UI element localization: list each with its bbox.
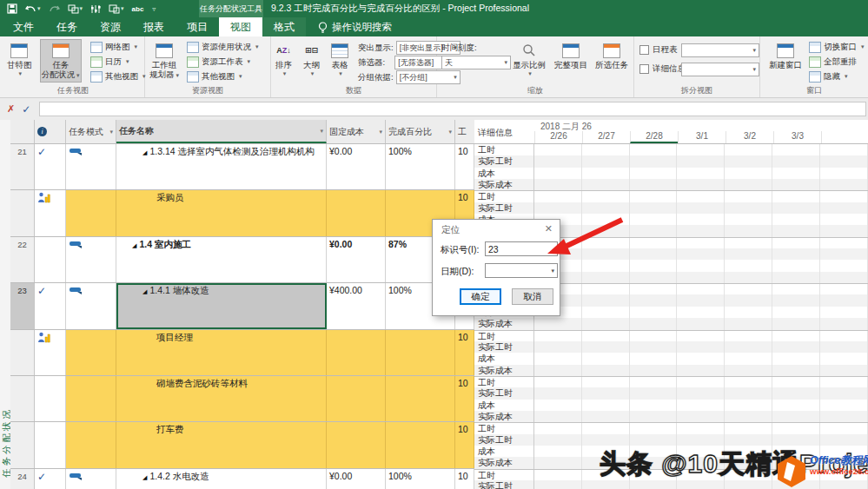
- clipped-value-cell[interactable]: 10: [455, 422, 474, 467]
- timephased-cell[interactable]: [582, 179, 630, 190]
- tab-视图[interactable]: 视图: [219, 17, 262, 36]
- timephased-cell[interactable]: [677, 331, 725, 341]
- timephased-cell[interactable]: [772, 307, 820, 318]
- timephased-cell[interactable]: [534, 179, 582, 190]
- fixed-cost-header[interactable]: 固定成本▾: [327, 120, 386, 143]
- timephased-cell[interactable]: [630, 191, 678, 202]
- timephased-cell[interactable]: [677, 387, 725, 399]
- timephased-cell[interactable]: [677, 377, 725, 387]
- row-number-cell[interactable]: 21: [10, 144, 35, 189]
- detail-label[interactable]: 实际成本: [474, 457, 534, 468]
- timephased-cell[interactable]: [725, 377, 772, 387]
- timephased-cell[interactable]: [725, 307, 772, 318]
- timephased-cell[interactable]: [772, 202, 820, 214]
- timephased-cell[interactable]: [534, 377, 582, 387]
- spelling-icon[interactable]: abc: [132, 5, 144, 13]
- row-number-cell[interactable]: 24: [10, 469, 35, 489]
- timephased-cell[interactable]: [772, 411, 820, 422]
- adjust-icon[interactable]: [90, 4, 101, 14]
- timephased-cell[interactable]: [820, 387, 868, 399]
- timephased-cell[interactable]: [725, 284, 772, 294]
- detail-label[interactable]: 工时: [474, 377, 534, 387]
- timephased-cell[interactable]: [772, 248, 820, 260]
- tab-项目[interactable]: 项目: [176, 17, 219, 36]
- timephased-cell[interactable]: [677, 144, 725, 155]
- row-number-header[interactable]: [10, 120, 35, 143]
- timephased-cell[interactable]: [725, 331, 772, 341]
- row-number-cell[interactable]: 22: [10, 237, 35, 282]
- assignment-name-cell[interactable]: 采购员: [116, 190, 327, 235]
- task-mode-cell[interactable]: [66, 376, 116, 421]
- timephased-cell[interactable]: [582, 191, 630, 202]
- collapse-triangle-icon[interactable]: ◢: [142, 288, 147, 294]
- timephased-cell[interactable]: [725, 202, 772, 214]
- timephased-cell[interactable]: [725, 341, 772, 353]
- calendar-button[interactable]: 日历▾: [90, 55, 129, 69]
- timephased-cell[interactable]: [725, 225, 772, 236]
- timephased-cell[interactable]: [725, 294, 772, 306]
- other-views-button[interactable]: 其他视图▾: [90, 69, 146, 83]
- timephased-cell[interactable]: [820, 191, 868, 202]
- entry-bar-input[interactable]: [39, 102, 866, 116]
- other-views-2-button[interactable]: 其他视图▾: [187, 69, 242, 83]
- timephased-cell[interactable]: [630, 179, 678, 190]
- clipped-value-cell[interactable]: 10: [455, 376, 474, 421]
- timephased-cell[interactable]: [725, 191, 772, 202]
- timephased-cell[interactable]: [725, 260, 772, 271]
- detail-label[interactable]: 工时: [474, 331, 534, 341]
- id-input[interactable]: 23: [485, 241, 558, 256]
- timephased-cell[interactable]: [677, 423, 725, 433]
- timephased-cell[interactable]: [772, 260, 820, 271]
- task-mode-cell[interactable]: [66, 237, 116, 282]
- timephased-cell[interactable]: [582, 214, 630, 225]
- timephased-cell[interactable]: [677, 318, 725, 329]
- timephased-cell[interactable]: [820, 144, 868, 155]
- timephased-cell[interactable]: [534, 446, 582, 457]
- timephased-cell[interactable]: [582, 423, 630, 433]
- task-name-cell[interactable]: ◢1.4.1 墙体改造: [116, 283, 327, 328]
- percent-complete-cell[interactable]: [386, 330, 455, 375]
- timephased-cell[interactable]: [630, 168, 678, 179]
- details-checkbox[interactable]: [639, 64, 649, 74]
- timephased-cell[interactable]: [725, 423, 772, 433]
- timephased-cell[interactable]: [630, 284, 678, 294]
- indicator-cell[interactable]: ✓: [35, 144, 66, 189]
- timephased-cell[interactable]: [772, 377, 820, 387]
- task-mode-cell[interactable]: [66, 190, 116, 235]
- assignment-name-cell[interactable]: 砌墙费含泥砂砖等材料: [116, 376, 327, 421]
- customize-qat-icon[interactable]: ▿: [151, 5, 156, 13]
- timephased-cell[interactable]: [582, 434, 630, 446]
- timephased-cell[interactable]: [820, 214, 868, 225]
- timephased-cell[interactable]: [677, 168, 725, 179]
- timephased-cell[interactable]: [772, 294, 820, 306]
- clipped-value-cell[interactable]: 10: [455, 330, 474, 375]
- timephased-cell[interactable]: [677, 272, 725, 283]
- timephased-cell[interactable]: [725, 411, 772, 422]
- detail-label[interactable]: 工时: [474, 470, 534, 480]
- timephased-cell[interactable]: [820, 318, 868, 329]
- timephased-cell[interactable]: [820, 411, 868, 422]
- detail-label[interactable]: 实际成本: [474, 411, 534, 422]
- timephased-cell[interactable]: [630, 331, 678, 341]
- tab-资源[interactable]: 资源: [89, 17, 132, 36]
- indicator-cell[interactable]: [35, 422, 66, 467]
- detail-label[interactable]: 工时: [474, 423, 534, 433]
- switch-windows-button[interactable]: 切换窗口▾: [809, 40, 865, 54]
- resource-sheet-button[interactable]: 资源工作表▾: [187, 55, 250, 69]
- timeline-view-select[interactable]: ▾: [681, 43, 759, 57]
- detail-label[interactable]: 实际成本: [474, 318, 534, 329]
- detail-label[interactable]: 实际工时: [474, 387, 534, 399]
- timephased-cell[interactable]: [534, 341, 582, 353]
- timephased-cell[interactable]: [772, 387, 820, 399]
- timephased-cell[interactable]: [630, 144, 678, 155]
- task-name-cell[interactable]: ◢1.4.2 水电改造: [116, 469, 327, 489]
- timephased-cell[interactable]: [534, 423, 582, 433]
- timephased-cell[interactable]: [677, 225, 725, 236]
- timephased-cell[interactable]: [630, 377, 678, 387]
- indicator-cell[interactable]: [35, 330, 66, 375]
- timephased-cell[interactable]: [772, 168, 820, 179]
- timephased-cell[interactable]: [630, 202, 678, 214]
- timephased-cell[interactable]: [820, 225, 868, 236]
- timephased-cell[interactable]: [772, 179, 820, 190]
- timephased-cell[interactable]: [772, 331, 820, 341]
